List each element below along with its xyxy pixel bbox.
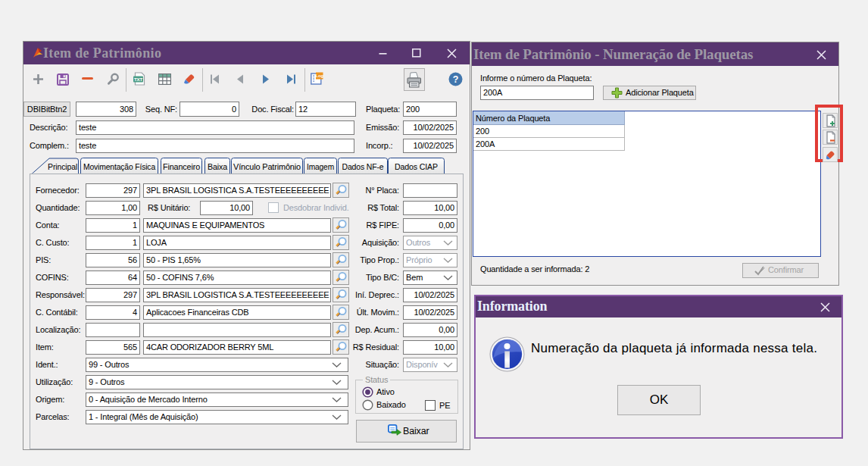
svg-text:Imagem: Imagem bbox=[307, 162, 334, 171]
svg-text:Log: Log bbox=[315, 73, 323, 78]
svg-text:Dados NF-e: Dados NF-e bbox=[342, 162, 384, 171]
svg-text:Baixa: Baixa bbox=[208, 162, 228, 171]
svg-text:Principal: Principal bbox=[48, 162, 77, 171]
svg-text:?: ? bbox=[453, 74, 459, 85]
svg-text:Movimentação Física: Movimentação Física bbox=[83, 162, 156, 171]
svg-text:TXT: TXT bbox=[134, 77, 143, 82]
svg-text:Dados CIAP: Dados CIAP bbox=[395, 162, 438, 171]
svg-text:Vínculo Patrimônio: Vínculo Patrimônio bbox=[233, 162, 301, 171]
svg-text:Financeiro: Financeiro bbox=[163, 162, 200, 171]
